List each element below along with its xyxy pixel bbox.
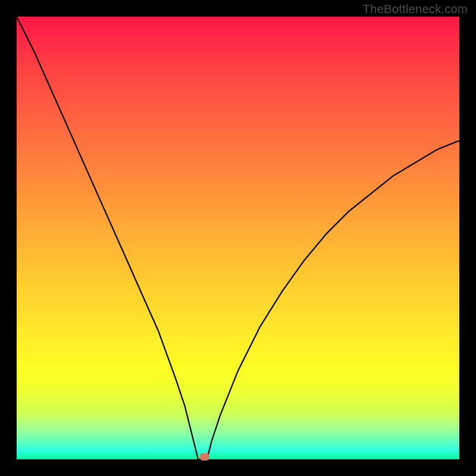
bottleneck-curve <box>17 17 459 459</box>
plot-area <box>17 17 459 459</box>
watermark-text: TheBottleneck.com <box>363 2 468 16</box>
minimum-marker <box>200 453 209 461</box>
curve-svg <box>17 17 459 459</box>
